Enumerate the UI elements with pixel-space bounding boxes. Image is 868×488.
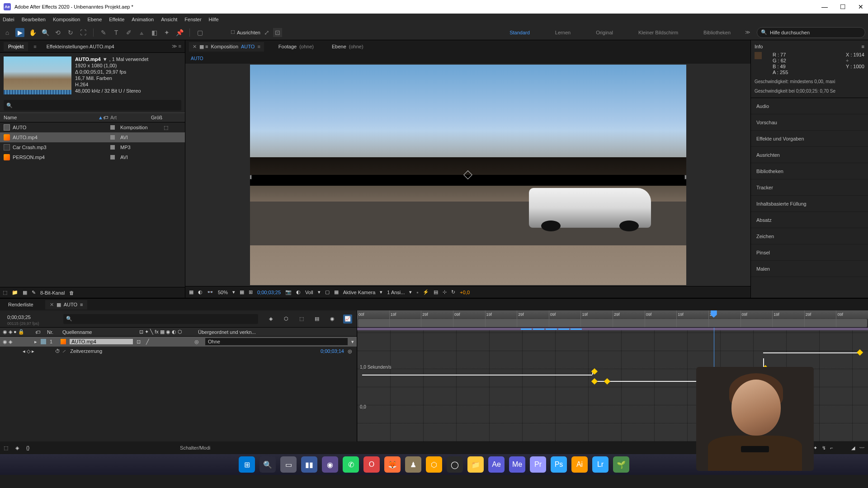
panel-inhaltsbasierte-füllung[interactable]: Inhaltsbasierte Füllung [751, 196, 868, 212]
roto-tool[interactable]: ✦ [162, 28, 171, 37]
taskbar-app[interactable]: ♟ [405, 456, 421, 473]
panel-menu-icon[interactable]: ≡ [862, 44, 864, 49]
taskbar-app[interactable]: ⊞ [239, 456, 255, 473]
folder-icon[interactable]: 📁 [12, 290, 18, 296]
motion-blur-icon[interactable]: ◉ [328, 314, 337, 324]
close-button[interactable]: ✕ [857, 3, 864, 10]
panel-effekte-und-vorgaben[interactable]: Effekte und Vorgaben [751, 131, 868, 147]
panel-audio[interactable]: Audio [751, 98, 868, 114]
interpret-icon[interactable]: ⬚ [3, 290, 7, 296]
panel-zeichen[interactable]: Zeichen [751, 228, 868, 244]
menu-fenster[interactable]: Fenster [184, 17, 201, 22]
timeline-search[interactable]: 🔍 [63, 314, 258, 324]
shy-icon[interactable]: ⬚ [297, 314, 306, 324]
taskbar-app[interactable]: 📁 [467, 456, 484, 473]
col-name[interactable]: Name [4, 115, 17, 120]
comp-icon[interactable]: ▦ [23, 290, 27, 296]
col-size[interactable]: Größ [151, 115, 162, 120]
draft3d-icon[interactable]: ⬡ [282, 314, 291, 324]
taskbar-app[interactable]: Ai [571, 456, 588, 473]
panel-ausrichten[interactable]: Ausrichten [751, 147, 868, 163]
menu-komposition[interactable]: Komposition [53, 17, 80, 22]
zoom-tool[interactable]: 🔍 [41, 28, 50, 37]
taskbar-app[interactable]: Ae [488, 456, 505, 473]
asset-row[interactable]: Car Crash.mp3 MP3 [0, 142, 185, 152]
timeline-timecode[interactable]: 0;00;03;25 00115 (29,97 fps) [0, 312, 63, 326]
asset-row[interactable]: PERSON.mp4 AVI [0, 152, 185, 162]
puppet-tool[interactable]: 📌 [175, 28, 184, 37]
shape-tool[interactable]: ▢ [195, 28, 204, 37]
minimize-button[interactable]: — [821, 3, 828, 10]
pixel-icon[interactable]: ▫ [416, 290, 418, 295]
maximize-button[interactable]: ☐ [839, 3, 846, 10]
menu-bearbeiten[interactable]: Bearbeiten [22, 17, 46, 22]
panel-malen[interactable]: Malen [751, 261, 868, 277]
panel-bibliotheken[interactable]: Bibliotheken [751, 163, 868, 179]
help-search[interactable]: 🔍 Hilfe durchsuchen [757, 27, 865, 38]
panel-absatz[interactable]: Absatz [751, 212, 868, 228]
tab-composition[interactable]: ✕ ▦ ≡ Komposition AUTO ≡ [189, 42, 264, 52]
menu-datei[interactable]: Datei [3, 17, 14, 22]
prop-value[interactable]: 0;00;03;14 [321, 348, 344, 354]
views-dropdown[interactable]: 1 Ansi... [387, 290, 405, 295]
easy-ease-icon[interactable]: ⌐ [830, 445, 833, 450]
taskbar-app[interactable]: Pr [530, 456, 546, 473]
tab-comp-timeline[interactable]: ✕ ▦ AUTO ≡ [45, 300, 88, 310]
asset-row[interactable]: AUTO Komposition ⬚ [0, 122, 185, 132]
guides-icon[interactable]: ⊞ [249, 289, 253, 295]
tab-effect-controls[interactable]: Effekteinstellungen AUTO.mp4 [42, 42, 119, 51]
taskbar-app[interactable]: ◯ [447, 456, 463, 473]
property-row-time-remap[interactable]: ◂ ◇ ▸ ⏱ ⟋ Zeitverzerrung 0;00;03;14 ◎ [0, 347, 357, 356]
brush-tool[interactable]: ✐ [124, 28, 133, 37]
menu-ebene[interactable]: Ebene [87, 17, 102, 22]
exposure-value[interactable]: +0,0 [460, 290, 470, 295]
channels-icon[interactable]: ◐ [296, 289, 301, 295]
asset-row[interactable]: AUTO.mp4 AVI [0, 132, 185, 142]
timeline-icon[interactable]: ▤ [434, 289, 438, 295]
handle-right[interactable] [684, 175, 686, 179]
linear-icon[interactable]: ◢ [851, 445, 855, 451]
channel-icon[interactable]: ◐ [198, 289, 203, 295]
taskbar-app[interactable]: 🦊 [384, 456, 401, 473]
tab-project[interactable]: Projekt [4, 42, 28, 51]
taskbar-app[interactable]: ⬡ [426, 456, 442, 473]
text-tool[interactable]: T [112, 28, 121, 37]
taskbar-app[interactable]: 🌱 [613, 456, 629, 473]
menu-hilfe[interactable]: Hilfe [209, 17, 219, 22]
handle-left[interactable] [250, 175, 252, 179]
snapshot-icon[interactable]: 📷 [285, 289, 292, 295]
zoom-value[interactable]: 50% [218, 290, 228, 295]
rotate-tool[interactable]: ↻ [66, 28, 75, 37]
camera-tool[interactable]: ⛶ [79, 28, 88, 37]
bit-depth[interactable]: 8-Bit-Kanal [40, 290, 65, 296]
workspace-kleiner bildschirm[interactable]: Kleiner Bildschirm [635, 30, 682, 35]
taskbar-app[interactable]: ▮▮ [301, 456, 317, 473]
toggle-switches-icon[interactable]: ⬚ [4, 445, 8, 451]
workspace-lernen[interactable]: Lernen [552, 30, 574, 35]
menu-effekte[interactable]: Effekte [109, 17, 124, 22]
more-workspaces-icon[interactable]: ≫ [745, 29, 750, 35]
col-type[interactable]: Art [110, 115, 151, 120]
home-icon[interactable]: ⌂ [3, 28, 12, 37]
layer-parent[interactable]: Ohne [205, 338, 348, 345]
menu-ansicht[interactable]: Ansicht [161, 17, 177, 22]
alpha-icon[interactable]: ▦ [189, 289, 193, 295]
frame-blend-icon[interactable]: ▤ [312, 314, 321, 324]
switches-modes-toggle[interactable]: Schalter/Modi [180, 445, 210, 450]
taskbar-app[interactable]: Me [509, 456, 525, 473]
region-icon[interactable]: ▢ [325, 289, 330, 295]
camera-dropdown[interactable]: Aktive Kamera [343, 290, 376, 295]
project-search[interactable]: 🔍 [4, 100, 181, 111]
orbit-tool[interactable]: ⟲ [53, 28, 62, 37]
graph-editor-icon[interactable]: 📈 [343, 314, 352, 324]
tab-render-queue[interactable]: Renderliste [4, 300, 38, 309]
reset-icon[interactable]: ↻ [451, 289, 455, 295]
panel-tracker[interactable]: Tracker [751, 179, 868, 196]
auto-bezier-icon[interactable]: 〰 [859, 445, 864, 450]
panel-pinsel[interactable]: Pinsel [751, 244, 868, 261]
composition-viewer[interactable] [185, 64, 750, 286]
grid-icon[interactable]: ▦ [240, 289, 244, 295]
workspace-standard[interactable]: Standard [506, 30, 533, 35]
adjust-icon[interactable]: ✎ [32, 290, 36, 296]
menu-animation[interactable]: Animation [132, 17, 154, 22]
